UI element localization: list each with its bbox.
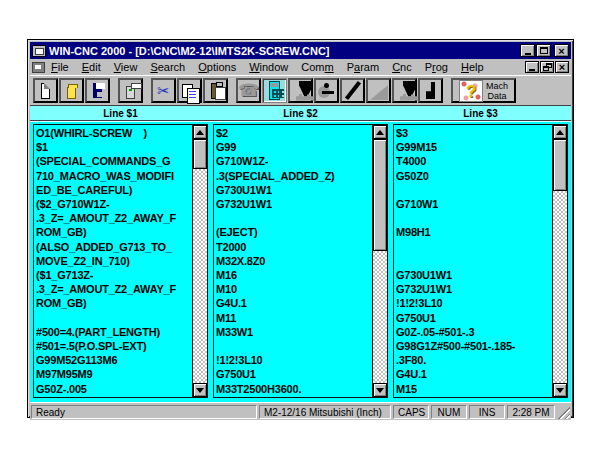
code-line[interactable]: G730U1W1 [216,183,371,197]
code-line[interactable]: G50Z0 [396,169,551,183]
code-line[interactable]: G4U.1 [216,296,371,310]
close-button[interactable]: × [554,44,569,57]
menu-item[interactable]: View [114,61,138,73]
scroll-thumb[interactable] [193,139,207,169]
code-line[interactable]: G730U1W1 [396,268,551,282]
scroll-down-button[interactable] [193,383,207,397]
code-line[interactable]: !1!2!3L10 [216,353,371,367]
code-line[interactable]: (ALSO_ADDED_G713_TO_ [36,240,191,254]
scroll-down-button[interactable] [553,383,567,397]
code-line[interactable]: ED_BE_CAREFUL) [36,183,191,197]
code-line[interactable]: (EJECT) [216,225,371,239]
minimize-button[interactable] [520,44,535,57]
code-line[interactable]: M11 [216,311,371,325]
code-line[interactable]: T4000 [396,154,551,168]
code-line[interactable]: M16 [216,268,371,282]
code-line[interactable]: M32X.8Z0 [216,254,371,268]
code-line[interactable] [216,339,371,353]
code-line[interactable]: M33W1 [216,325,371,339]
menu-item[interactable]: Window [249,61,288,73]
menu-item[interactable]: Help [461,61,484,73]
new-file-button[interactable] [33,78,58,103]
menu-item[interactable]: Options [198,61,236,73]
code-line[interactable]: G50Z-.005 [36,382,191,396]
scroll-thumb[interactable] [553,139,567,191]
code-line[interactable]: G4U.1 [396,367,551,381]
mach-data-button[interactable]: ? Mach Data [451,78,516,103]
open-file-button[interactable] [59,78,84,103]
code-line[interactable]: #500=4.(PART_LENGTH) [36,325,191,339]
boring-bar-button[interactable] [314,78,339,103]
editor-pane-1[interactable]: O1(WHIRL-SCREW )$1(SPECIAL_COMMANDS_G710… [33,124,208,398]
menu-item[interactable]: Search [150,61,185,73]
code-line[interactable]: (SPECIAL_COMMANDS_G [36,154,191,168]
code-lines[interactable]: $2G99G710W1Z-.3(SPECIAL_ADDED_Z)G730U1W1… [214,125,372,397]
code-line[interactable]: O1(WHIRL-SCREW ) [36,126,191,140]
chamfer-tool-button[interactable] [366,78,391,103]
code-line[interactable] [396,254,551,268]
paste-button[interactable] [203,78,228,103]
code-line[interactable]: $3 [396,126,551,140]
profile-cutter-button[interactable] [392,78,417,103]
code-line[interactable]: G732U1W1 [216,197,371,211]
code-line[interactable]: T2000 [216,240,371,254]
scroll-up-button[interactable] [553,125,567,139]
plunge-cutter-button[interactable] [288,78,313,103]
code-line[interactable] [396,211,551,225]
mdi-minimize-button[interactable] [525,61,539,73]
corner-tool-button[interactable] [418,78,443,103]
code-line[interactable]: G99 [216,140,371,154]
document-icon[interactable] [32,62,45,73]
code-line[interactable]: ($1_G713Z- [36,268,191,282]
comm-button[interactable]: ☎ [236,78,261,103]
editor-pane-3[interactable]: $3G99M15T4000G50Z0 G710W1 M98H1 G730U1W1… [393,124,568,398]
menu-item[interactable]: Edit [82,61,101,73]
menu-item[interactable]: Param [347,61,379,73]
code-line[interactable]: .3(SPECIAL_ADDED_Z) [216,169,371,183]
menu-item[interactable]: Cnc [392,61,412,73]
scroll-up-button[interactable] [373,125,387,139]
code-line[interactable] [216,211,371,225]
resize-grip[interactable] [557,405,570,419]
scroll-up-button[interactable] [193,125,207,139]
code-line[interactable]: ROM_GB) [36,296,191,310]
code-line[interactable]: G99M15 [396,140,551,154]
code-line[interactable]: M15 [396,382,551,396]
code-line[interactable]: G710W1 [396,197,551,211]
scrollbar-pane-3[interactable] [552,125,567,397]
code-line[interactable]: M10 [216,282,371,296]
code-lines[interactable]: $3G99M15T4000G50Z0 G710W1 M98H1 G730U1W1… [394,125,552,397]
code-line[interactable]: ($2_G710W1Z- [36,197,191,211]
menu-item[interactable]: Comm [301,61,333,73]
scrollbar-pane-2[interactable] [372,125,387,397]
code-line[interactable]: G732U1W1 [396,282,551,296]
editor-pane-2[interactable]: $2G99G710W1Z-.3(SPECIAL_ADDED_Z)G730U1W1… [213,124,388,398]
code-line[interactable]: M33T2500H3600. [216,382,371,396]
code-line[interactable]: G750U1 [396,311,551,325]
scroll-down-button[interactable] [373,383,387,397]
mdi-restore-button[interactable] [540,61,554,73]
code-line[interactable]: G0Z-.05-#501-.3 [396,325,551,339]
menu-item[interactable]: File [51,61,69,73]
print-button[interactable] [118,78,143,103]
code-line[interactable]: 710_MACRO_WAS_MODIFI [36,169,191,183]
save-button[interactable] [85,78,110,103]
turning-tool-button[interactable] [340,78,365,103]
code-line[interactable] [396,240,551,254]
code-line[interactable]: G710W1Z- [216,154,371,168]
code-line[interactable]: #501=.5(P.O.SPL-EXT) [36,339,191,353]
code-line[interactable]: M97M95M9 [36,367,191,381]
code-line[interactable]: $2 [216,126,371,140]
code-line[interactable]: .3F80. [396,353,551,367]
code-lines[interactable]: O1(WHIRL-SCREW )$1(SPECIAL_COMMANDS_G710… [34,125,192,397]
scroll-thumb[interactable] [373,139,387,251]
code-line[interactable]: M98H1 [396,225,551,239]
code-line[interactable]: .3_Z=_AMOUT_Z2_AWAY_F [36,282,191,296]
code-line[interactable]: G99M52G113M6 [36,353,191,367]
code-line[interactable]: .3_Z=_AMOUT_Z2_AWAY_F [36,211,191,225]
app-icon[interactable] [32,45,46,57]
code-line[interactable]: MOVE_Z2_IN_710) [36,254,191,268]
code-line[interactable] [396,183,551,197]
code-line[interactable]: $1 [36,140,191,154]
cut-button[interactable]: ✂ [151,78,176,103]
